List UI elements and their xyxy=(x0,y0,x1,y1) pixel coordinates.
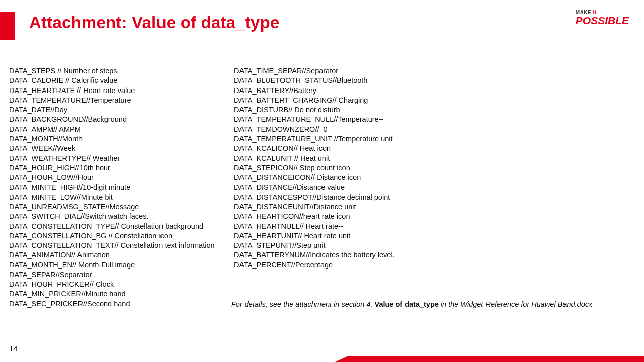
data-type-column-left: DATA_STEPS // Number of steps. DATA_CALO… xyxy=(9,66,233,309)
content-columns: DATA_STEPS // Number of steps. DATA_CALO… xyxy=(9,66,435,309)
title-accent-block xyxy=(0,12,15,40)
logo-possible: POSSIBLE xyxy=(576,15,629,26)
page-number: 14 xyxy=(9,344,18,353)
footer-accent-bar xyxy=(347,356,644,362)
page-title: Attachment: Value of data_type xyxy=(29,13,279,32)
footnote-bold: Value of data_type xyxy=(375,300,439,308)
footnote-tail: Widget Reference for Huawei Band.docx xyxy=(460,300,592,308)
footnote: For details, see the attachment in secti… xyxy=(231,300,592,308)
data-type-column-right: DATA_TIME_SEPAR//Separator DATA_BLUETOOT… xyxy=(234,66,435,309)
footnote-mid: in the xyxy=(439,300,461,308)
brand-logo: MAKE it POSSIBLE xyxy=(576,10,629,26)
footnote-prefix: For details, see the attachment in secti… xyxy=(231,300,375,308)
